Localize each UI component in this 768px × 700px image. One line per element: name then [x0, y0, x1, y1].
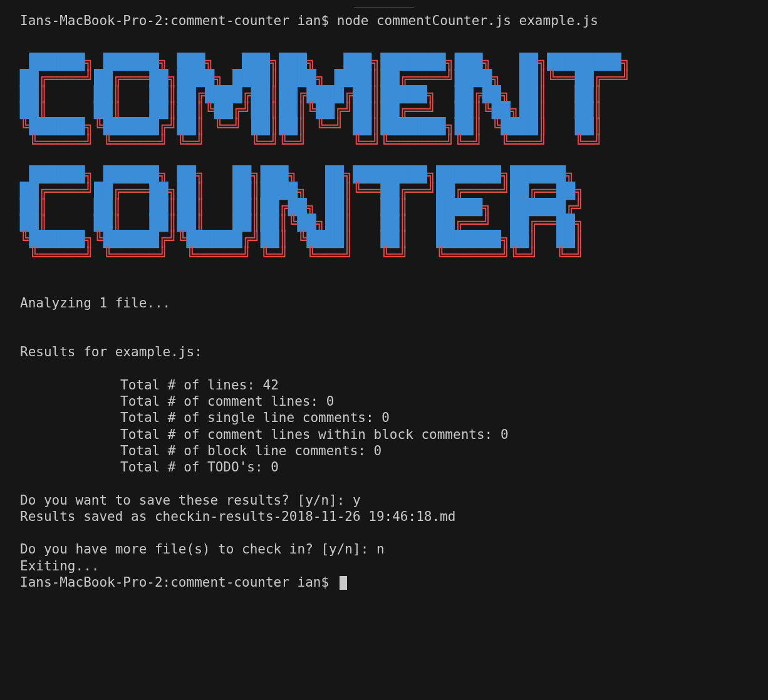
- ascii-comment-l2: ██║ ██║ ██║██╔████╔██║██╔████╔██║█████╗ …: [20, 85, 630, 103]
- ascii-counter-l1: ██╔════╝██╔═══██╗██║ ██║████╗ ██║╚══██╔═…: [20, 182, 584, 200]
- prompt-line-1: Ians-MacBook-Pro-2:comment-counter ian$ …: [20, 13, 598, 28]
- save-prompt-answer[interactable]: y: [353, 493, 361, 508]
- prompt-user-2: ian$: [298, 575, 330, 590]
- analysis-output: Analyzing 1 file... Results for example.…: [20, 295, 748, 591]
- prompt-user: ian$: [298, 13, 330, 28]
- stat-total-lines: Total # of lines: 42: [20, 377, 748, 393]
- ascii-counter-l2: ██║ ██║ ██║██║ ██║██╔██╗ ██║ ██║ █████╗ …: [20, 198, 584, 216]
- ascii-comment-l5: ╚═════╝ ╚═════╝ ╚═╝ ╚═╝╚═╝ ╚═╝╚══════╝╚═…: [20, 133, 630, 152]
- saved-message: Results saved as checkin-results-2018-11…: [20, 509, 455, 524]
- ascii-counter-l5: ╚═════╝ ╚═════╝ ╚═════╝ ╚═╝ ╚═══╝ ╚═╝ ╚═…: [20, 246, 584, 264]
- more-prompt-line: Do you have more file(s) to check in? [y…: [20, 542, 385, 557]
- save-prompt-question: Do you want to save these results? [y/n]…: [20, 493, 353, 508]
- ascii-counter-l3: ██║ ██║ ██║██║ ██║██║╚██╗██║ ██║ ██╔══╝ …: [20, 214, 584, 232]
- window-drag-handle[interactable]: [354, 4, 414, 8]
- ascii-comment-l0: ██████╗ ██████╗ ███╗ ███╗███╗ ███╗██████…: [20, 53, 630, 71]
- ascii-comment-l1: ██╔════╝██╔═══██╗████╗ ████║████╗ ████║█…: [20, 69, 631, 87]
- command-text: node commentCounter.js example.js: [337, 13, 598, 28]
- prompt-cwd: comment-counter: [170, 13, 289, 28]
- stat-single-comments: Total # of single line comments: 0: [20, 409, 748, 426]
- prompt-line-2[interactable]: Ians-MacBook-Pro-2:comment-counter ian$: [20, 575, 347, 590]
- prompt-host-2: Ians-MacBook-Pro-2:: [20, 575, 170, 590]
- exiting-line: Exiting...: [20, 558, 99, 574]
- cursor-icon: [340, 576, 347, 590]
- ascii-counter-l0: ██████╗ ██████╗ ██╗ ██╗███╗ ██╗████████╗…: [20, 165, 584, 183]
- more-prompt-question: Do you have more file(s) to check in? [y…: [20, 542, 376, 557]
- stat-comment-lines: Total # of comment lines: 0: [20, 393, 748, 409]
- stat-block-lines: Total # of block line comments: 0: [20, 443, 748, 459]
- prompt-host: Ians-MacBook-Pro-2:: [20, 13, 170, 28]
- more-prompt-answer[interactable]: n: [376, 542, 385, 557]
- terminal-output[interactable]: Ians-MacBook-Pro-2:comment-counter ian$ …: [20, 13, 748, 29]
- ascii-comment-l4: ╚██████╗╚██████╔╝██║ ╚═╝ ██║██║ ╚═╝ ██║█…: [20, 117, 630, 135]
- analyzing-line: Analyzing 1 file...: [20, 296, 170, 311]
- stat-todos: Total # of TODO's: 0: [20, 459, 748, 475]
- prompt-cwd-2: comment-counter: [170, 575, 289, 590]
- stat-block-within: Total # of comment lines within block co…: [20, 426, 748, 443]
- ascii-banner: ██████╗ ██████╗ ███╗ ███╗███╗ ███╗██████…: [20, 54, 748, 263]
- ascii-comment-l3: ██║ ██║ ██║██║╚██╔╝██║██║╚██╔╝██║██╔══╝ …: [20, 101, 630, 119]
- save-prompt-line: Do you want to save these results? [y/n]…: [20, 493, 361, 508]
- ascii-counter-l4: ╚██████╗╚██████╔╝╚██████╔╝██║ ╚████║ ██║…: [20, 230, 584, 248]
- results-header: Results for example.js:: [20, 344, 202, 359]
